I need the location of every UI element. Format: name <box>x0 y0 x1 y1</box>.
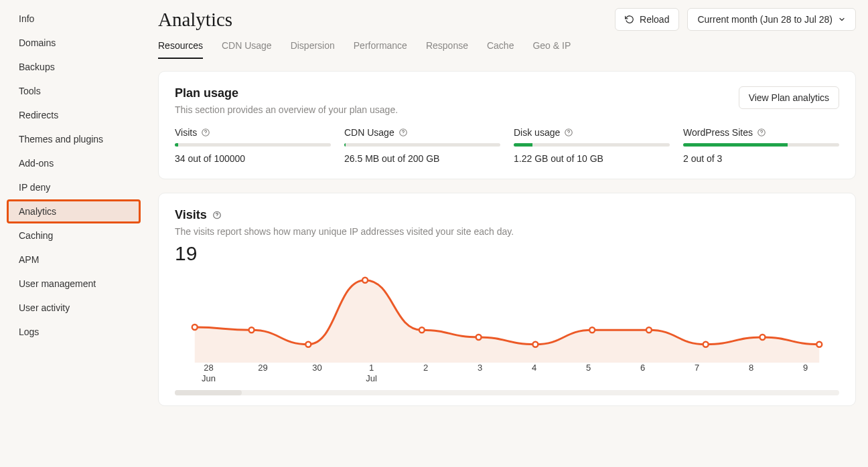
tab-performance[interactable]: Performance <box>354 40 407 59</box>
metric-value: 26.5 MB out of 200 GB <box>344 153 500 164</box>
reload-button[interactable]: Reload <box>615 8 679 31</box>
tab-resources[interactable]: Resources <box>158 40 203 59</box>
visits-total: 19 <box>175 242 839 265</box>
sidebar-item-backups[interactable]: Backups <box>7 55 141 79</box>
axis-tick: 7 <box>670 363 724 385</box>
help-icon[interactable] <box>212 211 222 220</box>
sidebar-item-logs[interactable]: Logs <box>7 320 141 344</box>
chart-x-axis: 28Jun29301Jul23456789 <box>175 363 839 385</box>
metric-value: 2 out of 3 <box>683 153 839 164</box>
axis-tick: 30 <box>290 363 344 385</box>
tab-dispersion[interactable]: Dispersion <box>291 40 335 59</box>
tab-cdn-usage[interactable]: CDN Usage <box>222 40 272 59</box>
plan-usage-metrics: Visits34 out of 100000CDN Usage26.5 MB o… <box>175 127 839 164</box>
sidebar-item-add-ons[interactable]: Add-ons <box>7 151 141 175</box>
axis-tick: 3 <box>453 363 507 385</box>
progress-bar <box>514 143 670 147</box>
axis-tick: 29 <box>236 363 290 385</box>
help-icon[interactable] <box>564 128 573 137</box>
tabs: ResourcesCDN UsageDispersionPerformanceR… <box>158 40 856 59</box>
sidebar-item-themes-and-plugins[interactable]: Themes and plugins <box>7 127 141 151</box>
chart-scrollbar-thumb[interactable] <box>175 390 242 395</box>
sidebar-item-redirects[interactable]: Redirects <box>7 103 141 127</box>
plan-usage-subtitle: This section provides an overview of you… <box>175 104 398 115</box>
svg-point-9 <box>216 217 217 217</box>
axis-tick: 5 <box>561 363 616 385</box>
axis-tick: 9 <box>778 363 833 385</box>
progress-bar <box>344 143 500 147</box>
svg-point-16 <box>532 342 538 347</box>
svg-point-18 <box>646 327 652 333</box>
page-title: Analytics <box>158 9 232 31</box>
svg-point-7 <box>762 134 762 134</box>
date-range-dropdown[interactable]: Current month (Jun 28 to Jul 28) <box>687 8 856 31</box>
sidebar-item-info[interactable]: Info <box>7 7 141 31</box>
axis-tick: 1Jul <box>344 363 399 385</box>
axis-tick: 28Jun <box>182 363 236 385</box>
metric-label: Disk usage <box>514 127 670 138</box>
view-plan-analytics-button[interactable]: View Plan analytics <box>739 86 839 109</box>
svg-point-19 <box>703 342 709 347</box>
page-header: Analytics Reload Current month (Jun 28 t… <box>158 8 856 31</box>
metric-label: Visits <box>175 127 331 138</box>
tab-cache[interactable]: Cache <box>487 40 514 59</box>
date-range-label: Current month (Jun 28 to Jul 28) <box>697 14 833 25</box>
sidebar-item-user-management[interactable]: User management <box>7 272 141 296</box>
metric-label: CDN Usage <box>344 127 500 138</box>
help-icon[interactable] <box>757 128 766 137</box>
progress-bar <box>175 143 331 147</box>
chevron-down-icon <box>838 15 846 23</box>
svg-point-5 <box>569 134 569 134</box>
metric-cdn-usage: CDN Usage26.5 MB out of 200 GB <box>344 127 500 164</box>
metric-value: 1.22 GB out of 10 GB <box>514 153 670 164</box>
svg-point-1 <box>206 134 206 134</box>
main-content: Analytics Reload Current month (Jun 28 t… <box>147 0 868 467</box>
reload-icon <box>625 15 634 24</box>
axis-tick: 4 <box>507 363 561 385</box>
axis-tick: 6 <box>616 363 670 385</box>
svg-point-21 <box>816 342 822 347</box>
visits-subtitle: The visits report shows how many unique … <box>175 226 839 237</box>
sidebar-item-ip-deny[interactable]: IP deny <box>7 175 141 199</box>
svg-point-10 <box>192 324 198 330</box>
svg-point-14 <box>419 327 425 333</box>
metric-label: WordPress Sites <box>683 127 839 138</box>
tab-geo-ip[interactable]: Geo & IP <box>532 40 571 59</box>
visits-card: Visits The visits report shows how many … <box>158 193 856 406</box>
chart-scrollbar[interactable] <box>175 390 839 395</box>
svg-point-20 <box>760 335 766 340</box>
axis-tick: 2 <box>399 363 453 385</box>
svg-point-3 <box>403 134 403 134</box>
sidebar-item-domains[interactable]: Domains <box>7 31 141 55</box>
sidebar-item-analytics[interactable]: Analytics <box>7 199 141 223</box>
metric-disk-usage: Disk usage1.22 GB out of 10 GB <box>514 127 670 164</box>
visits-title-text: Visits <box>175 208 207 222</box>
sidebar: InfoDomainsBackupsToolsRedirectsThemes a… <box>0 0 147 467</box>
metric-value: 34 out of 100000 <box>175 153 331 164</box>
visits-chart: 28Jun29301Jul23456789 <box>175 269 839 396</box>
svg-point-12 <box>305 342 311 347</box>
sidebar-item-user-activity[interactable]: User activity <box>7 296 141 320</box>
progress-bar <box>683 143 839 147</box>
header-actions: Reload Current month (Jun 28 to Jul 28) <box>615 8 856 31</box>
sidebar-item-tools[interactable]: Tools <box>7 79 141 103</box>
tab-response[interactable]: Response <box>426 40 468 59</box>
visits-line-chart <box>175 269 839 363</box>
view-plan-analytics-label: View Plan analytics <box>749 92 829 103</box>
help-icon[interactable] <box>201 128 210 137</box>
svg-point-13 <box>362 278 368 283</box>
help-icon[interactable] <box>399 128 408 137</box>
svg-point-11 <box>249 327 255 333</box>
plan-usage-card: Plan usage This section provides an over… <box>158 71 856 179</box>
reload-label: Reload <box>640 14 669 25</box>
sidebar-item-apm[interactable]: APM <box>7 248 141 272</box>
metric-wordpress-sites: WordPress Sites2 out of 3 <box>683 127 839 164</box>
plan-usage-title: Plan usage <box>175 86 398 100</box>
metric-visits: Visits34 out of 100000 <box>175 127 331 164</box>
axis-tick: 8 <box>724 363 778 385</box>
sidebar-item-caching[interactable]: Caching <box>7 223 141 248</box>
visits-title: Visits <box>175 208 839 222</box>
svg-point-15 <box>476 335 482 340</box>
svg-point-17 <box>589 327 595 333</box>
